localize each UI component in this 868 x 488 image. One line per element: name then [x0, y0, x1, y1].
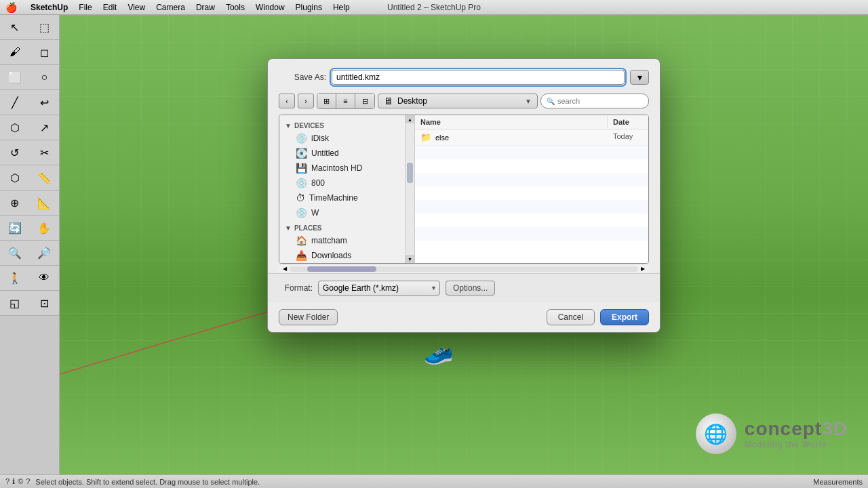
format-select-arrow: ▼ [431, 285, 437, 291]
menu-edit[interactable]: Edit [103, 3, 117, 12]
scroll-thumb-h [307, 266, 377, 272]
menu-camera[interactable]: Camera [156, 3, 185, 12]
file-list-header: Name Date [415, 115, 648, 129]
w-icon: 💿 [296, 207, 307, 218]
timemachine-icon: ⏱ [296, 192, 305, 203]
empty-row-2 [415, 159, 648, 173]
statusbar: ? ℹ © ? Select objects. Shift to extend … [0, 474, 868, 488]
sidebar-item-idisk[interactable]: 💿 iDisk [279, 131, 414, 146]
sidebar-item-w[interactable]: 💿 W [279, 205, 414, 220]
sidebar-item-mattcham[interactable]: 🏠 mattcham [279, 233, 414, 248]
sidebar-item-label: 800 [311, 178, 325, 188]
left-tool-rect[interactable]: ⬜ [0, 65, 30, 89]
folder-icon: 📁 [420, 132, 431, 142]
location-text: Desktop [397, 96, 521, 106]
view-column-btn[interactable]: ⊟ [355, 94, 374, 108]
format-row: Format: Google Earth (*.kmz) ▼ Options..… [268, 273, 660, 302]
menu-file[interactable]: File [79, 3, 92, 12]
scroll-down-arrow[interactable]: ▼ [406, 255, 414, 263]
sidebar-item-label: mattcham [311, 236, 347, 245]
options-button[interactable]: Options... [446, 281, 495, 296]
saveas-toggle-btn[interactable]: ▾ [630, 70, 649, 85]
left-tool-rotate[interactable]: ↺ [0, 140, 30, 165]
sidebar-item-800[interactable]: 💿 800 [279, 176, 414, 190]
search-input[interactable] [557, 97, 643, 105]
sidebar-item-label: iDisk [311, 134, 329, 143]
empty-row-3 [415, 173, 648, 186]
left-tool-circle[interactable]: ○ [30, 65, 60, 89]
saveas-row: Save As: ▾ [279, 70, 649, 85]
format-select[interactable]: Google Earth (*.kmz) ▼ [318, 281, 440, 296]
idisk-icon: 💿 [296, 133, 307, 144]
left-tool-tape[interactable]: 📏 [30, 165, 60, 190]
left-tool-walk[interactable]: 🚶 [0, 266, 30, 290]
left-tool-move[interactable]: ⬚ [30, 15, 60, 39]
empty-row-5 [415, 200, 648, 214]
left-tool-dimension[interactable]: ⊕ [0, 190, 30, 215]
file-row[interactable]: 📁 else Today [415, 129, 648, 146]
file-cell-name: 📁 else [415, 131, 608, 144]
cancel-button[interactable]: Cancel [547, 309, 595, 325]
menu-plugins[interactable]: Plugins [296, 3, 322, 12]
view-list-btn[interactable]: ≡ [336, 94, 355, 108]
format-value: Google Earth (*.kmz) [323, 283, 399, 293]
menu-view[interactable]: View [127, 3, 145, 12]
location-select[interactable]: 🖥 Desktop ▼ [378, 94, 538, 108]
nav-back-btn[interactable]: ‹ [279, 94, 295, 108]
scroll-up-arrow[interactable]: ▲ [406, 115, 414, 123]
left-tool-zoom-ext[interactable]: 🔎 [30, 241, 60, 265]
left-tool-zoom[interactable]: 🔍 [0, 241, 30, 265]
apple-menu[interactable]: 🍎 [5, 2, 17, 13]
left-tool-paint[interactable]: 🖌 [0, 40, 30, 64]
left-tool-orbit[interactable]: 🔄 [0, 216, 30, 240]
left-tool-section[interactable]: ◱ [0, 291, 30, 315]
left-tool-arc[interactable]: ↩ [30, 90, 60, 115]
macintosh-hd-icon: 💾 [296, 163, 307, 174]
horizontal-scrollbar: ◀ ▶ [279, 264, 649, 273]
scroll-left-arrow[interactable]: ◀ [280, 264, 290, 274]
view-icon-btn[interactable]: ⊞ [317, 94, 336, 108]
export-button[interactable]: Export [600, 309, 649, 325]
scroll-track [406, 123, 414, 255]
file-list: Name Date 📁 else Today [415, 115, 648, 263]
sidebar-item-label: W [311, 208, 319, 218]
menu-tools[interactable]: Tools [226, 3, 245, 12]
col-name: Name [415, 117, 608, 127]
left-tool-erase[interactable]: ◻ [30, 40, 60, 64]
mattcham-icon: 🏠 [296, 235, 307, 246]
dialog-body: Save As: ▾ ‹ › ⊞ ≡ ⊟ 🖥 Desktop ▼ [268, 59, 660, 273]
sidebar-scrollbar: ▲ ▼ [405, 115, 414, 263]
left-tool-line[interactable]: ╱ [0, 90, 30, 115]
left-tool-select[interactable]: ↖ [0, 15, 30, 39]
saveas-input[interactable] [332, 70, 625, 85]
left-tool-offset[interactable]: ⬡ [0, 165, 30, 190]
sidebar-item-label: Downloads [311, 251, 351, 260]
location-dropdown-arrow: ▼ [525, 98, 532, 105]
left-tool-scale[interactable]: ↗ [30, 115, 60, 140]
left-tool-protractor[interactable]: 📐 [30, 190, 60, 215]
empty-row-4 [415, 186, 648, 200]
menu-help[interactable]: Help [333, 3, 350, 12]
sidebar-item-untitled[interactable]: 💽 Untitled [279, 146, 414, 161]
left-tool-xray[interactable]: ⊡ [30, 291, 60, 315]
left-tool-follow[interactable]: ✂ [30, 140, 60, 165]
menubar: 🍎 SketchUp File Edit View Camera Draw To… [0, 0, 868, 15]
left-tool-push[interactable]: ⬡ [0, 115, 30, 140]
menu-window[interactable]: Window [256, 3, 285, 12]
status-message: Select objects. Shift to extend select. … [35, 478, 260, 486]
saveas-label: Save As: [279, 73, 326, 82]
sidebar-item-timemachine[interactable]: ⏱ TimeMachine [279, 190, 414, 205]
empty-row-7 [415, 227, 648, 241]
empty-row-6 [415, 214, 648, 227]
new-folder-button[interactable]: New Folder [279, 309, 338, 325]
app-name[interactable]: SketchUp [31, 3, 68, 12]
statusbar-icons: ? ℹ © ? [5, 477, 30, 486]
left-tool-pan[interactable]: ✋ [30, 216, 60, 240]
sidebar-item-macintosh-hd[interactable]: 💾 Macintosh HD [279, 161, 414, 176]
sidebar-item-downloads[interactable]: 📥 Downloads [279, 248, 414, 263]
scroll-right-arrow[interactable]: ▶ [638, 264, 648, 274]
empty-row-1 [415, 146, 648, 159]
nav-forward-btn[interactable]: › [298, 94, 314, 108]
menu-draw[interactable]: Draw [196, 3, 215, 12]
left-tool-look[interactable]: 👁 [30, 266, 60, 290]
